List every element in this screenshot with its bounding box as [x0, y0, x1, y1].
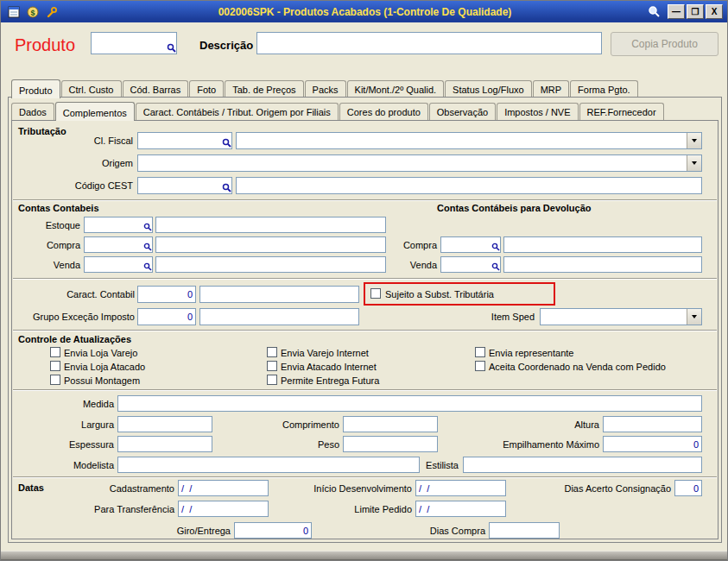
- produto-code-wrap: [91, 32, 177, 54]
- envia-representante-checkbox[interactable]: [475, 347, 485, 357]
- estoque-desc-input[interactable]: [155, 217, 386, 233]
- chevron-down-icon[interactable]: [687, 133, 701, 148]
- envia-loja-atacado-label: Envia Loja Atacado: [64, 362, 145, 372]
- cl-fiscal-code-input[interactable]: [137, 132, 232, 149]
- close-button[interactable]: X: [706, 4, 723, 19]
- chevron-down-icon[interactable]: [687, 309, 701, 325]
- cadastramento-input[interactable]: [178, 480, 269, 496]
- modelista-input[interactable]: [117, 457, 420, 473]
- tab-packs[interactable]: Packs: [305, 80, 346, 98]
- dias-compra-label: Dias Compra: [408, 526, 485, 536]
- comprimento-label: Comprimento: [270, 419, 339, 430]
- origem-combobox[interactable]: [137, 154, 702, 172]
- codigo-cest-code-input[interactable]: [137, 177, 232, 194]
- aceita-coordenado-checkbox[interactable]: [475, 361, 485, 371]
- para-transferencia-label: Para Transferência: [88, 504, 174, 514]
- possui-montagem-checkbox[interactable]: [50, 375, 60, 385]
- tab-foto[interactable]: Foto: [189, 80, 224, 98]
- envia-atacado-internet-checkbox[interactable]: [267, 361, 277, 371]
- sujeito-subst-checkbox[interactable]: [370, 288, 381, 299]
- largura-input[interactable]: [117, 416, 212, 432]
- produto-code-input[interactable]: [91, 32, 177, 54]
- venda-desc-input[interactable]: [155, 256, 386, 273]
- caract-contabil-desc-input[interactable]: [199, 286, 359, 303]
- cl-fiscal-combobox[interactable]: [236, 132, 702, 149]
- tab-cod-barras[interactable]: Cód. Barras: [123, 80, 189, 98]
- limite-pedido-input[interactable]: [415, 501, 506, 517]
- dias-acerto-consignacao-input[interactable]: [674, 480, 702, 496]
- tributacao-title: Tributação: [18, 126, 66, 136]
- descricao-input[interactable]: [256, 32, 602, 54]
- title-bar[interactable]: $ 002006SPK - Produtos Acabados (1-Contr…: [1, 1, 728, 22]
- compra-desc-input[interactable]: [155, 236, 386, 253]
- dev-venda-label: Venda: [385, 260, 437, 270]
- venda-label: Venda: [27, 260, 80, 270]
- compra-code-input[interactable]: [84, 236, 153, 253]
- altura-input[interactable]: [603, 416, 702, 432]
- grupo-excecao-desc-input[interactable]: [199, 308, 359, 325]
- permite-entrega-futura-checkbox[interactable]: [267, 375, 277, 385]
- tab-forma-pgto[interactable]: Forma Pgto.: [570, 80, 638, 98]
- caract-contabil-label: Caract. Contabil: [48, 289, 135, 299]
- subtab-observacao[interactable]: Observação: [429, 103, 496, 120]
- venda-code-wrap: [84, 256, 153, 273]
- dev-compra-desc-input[interactable]: [503, 236, 702, 253]
- envia-loja-varejo-label: Envia Loja Varejo: [64, 348, 137, 358]
- tab-status-log-fluxo[interactable]: Status Log/Fluxo: [445, 80, 532, 98]
- tab-ctrl-custo[interactable]: Ctrl. Custo: [61, 80, 122, 98]
- descricao-label: Descrição: [199, 39, 253, 52]
- caract-contabil-value-input[interactable]: [137, 286, 196, 303]
- maximize-button[interactable]: ❐: [687, 4, 704, 19]
- sujeito-subst-label: Sujeito a Subst. Tributária: [385, 289, 494, 299]
- separator: [13, 199, 717, 201]
- medida-input[interactable]: [117, 395, 702, 412]
- compra-label: Compra: [27, 240, 80, 250]
- item-sped-combobox[interactable]: [540, 308, 702, 325]
- chevron-down-icon[interactable]: [687, 155, 701, 171]
- separator: [13, 389, 717, 391]
- tab-tab-de-precos[interactable]: Tab. de Preços: [225, 80, 303, 98]
- subtab-complementos[interactable]: Complementos: [55, 102, 135, 121]
- separator: [13, 278, 717, 280]
- tab-kit-mont-qualid[interactable]: Kit/Mont./2º Qualid.: [347, 80, 445, 98]
- giro-entrega-input[interactable]: [234, 522, 312, 539]
- envia-varejo-internet-checkbox[interactable]: [267, 347, 277, 357]
- copia-produto-button[interactable]: Copia Produto: [611, 32, 719, 56]
- empilhamento-maximo-label: Empilhamento Máximo: [487, 439, 599, 450]
- dev-compra-code-input[interactable]: [440, 236, 501, 253]
- codigo-cest-desc-input[interactable]: [236, 177, 702, 194]
- peso-input[interactable]: [343, 436, 438, 452]
- subtab-caract-contabeis-filiais[interactable]: Caract. Contábeis / Tribut. Origem por F…: [136, 103, 339, 120]
- dev-venda-code-input[interactable]: [440, 256, 501, 273]
- estoque-code-wrap: [84, 217, 153, 233]
- espessura-input[interactable]: [117, 436, 212, 452]
- minimize-button[interactable]: —: [668, 4, 685, 19]
- dias-compra-input[interactable]: [489, 522, 560, 539]
- dev-venda-desc-input[interactable]: [503, 256, 702, 273]
- envia-varejo-internet-label: Envia Varejo Internet: [281, 348, 369, 358]
- cl-fiscal-label: Cl. Fiscal: [66, 136, 133, 146]
- subtab-cores-do-produto[interactable]: Cores do produto: [339, 103, 428, 120]
- envia-loja-atacado-checkbox[interactable]: [50, 361, 60, 371]
- subtab-ref-fornecedor[interactable]: REF.Fornecedor: [579, 103, 664, 120]
- dev-venda-code-wrap: [440, 256, 501, 273]
- estilista-input[interactable]: [463, 457, 702, 473]
- search-user-icon[interactable]: [647, 4, 662, 19]
- inicio-desenvolvimento-input[interactable]: [415, 480, 506, 496]
- subtab-dados[interactable]: Dados: [11, 103, 54, 120]
- para-transferencia-input[interactable]: [178, 501, 269, 517]
- codigo-cest-code-wrap: [137, 177, 232, 194]
- empilhamento-maximo-input[interactable]: [603, 436, 702, 452]
- estoque-code-input[interactable]: [84, 217, 153, 233]
- tab-mrp[interactable]: MRP: [533, 80, 569, 98]
- tab-produto[interactable]: Produto: [11, 79, 60, 98]
- produto-heading: Produto: [15, 35, 75, 55]
- comprimento-input[interactable]: [343, 416, 438, 432]
- subtab-impostos-nve[interactable]: Impostos / NVE: [497, 103, 578, 120]
- window-bottom-edge: [1, 551, 728, 560]
- venda-code-input[interactable]: [84, 256, 153, 273]
- grupo-excecao-value-input[interactable]: [137, 308, 196, 325]
- main-tab-strip: Produto Ctrl. Custo Cód. Barras Foto Tab…: [11, 76, 639, 98]
- envia-loja-varejo-checkbox[interactable]: [50, 347, 60, 357]
- codigo-cest-label: Código CEST: [54, 180, 133, 191]
